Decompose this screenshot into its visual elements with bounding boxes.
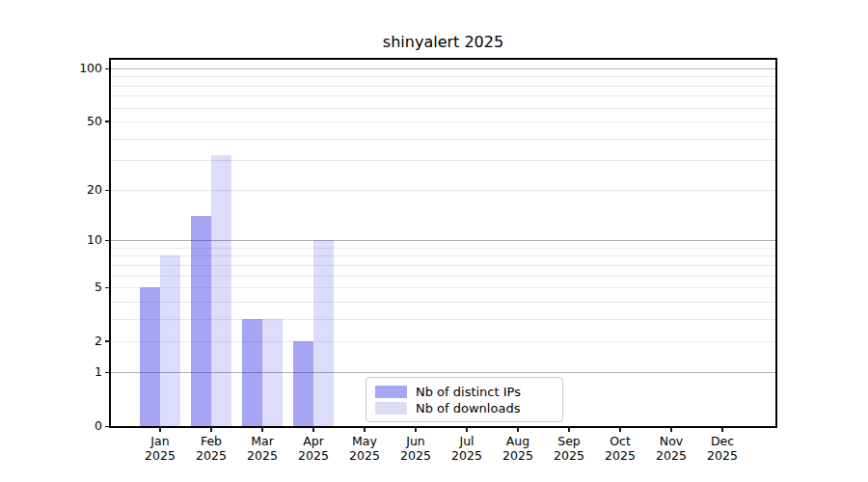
legend-label-downloads: Nb of downloads xyxy=(416,401,520,415)
bar-distinct-ips-feb xyxy=(191,216,211,426)
legend-swatch-distinct-ips xyxy=(375,386,407,398)
x-tick-label-dec: Dec 2025 xyxy=(682,434,763,463)
legend-item-downloads: Nb of downloads xyxy=(375,400,554,415)
x-tick-mark xyxy=(517,428,519,432)
x-tick-mark xyxy=(364,428,366,432)
y-tick-mark xyxy=(105,287,109,289)
x-tick-mark xyxy=(568,428,570,432)
download-stats-chart: shinyalert 2025 0125102050100 Jan 2025Fe… xyxy=(0,0,868,482)
y-tick-mark xyxy=(105,190,109,192)
bar-downloads-jan xyxy=(160,255,180,426)
y-tick-label: 100 xyxy=(39,61,102,76)
bar-distinct-ips-mar xyxy=(242,319,262,426)
x-tick-mark xyxy=(670,428,672,432)
legend-swatch-downloads xyxy=(375,402,407,415)
y-tick-label: 5 xyxy=(39,280,102,295)
x-tick-mark xyxy=(466,428,468,432)
chart-title: shinyalert 2025 xyxy=(109,33,777,51)
y-tick-mark xyxy=(105,120,109,122)
y-tick-label: 10 xyxy=(39,232,102,248)
x-tick-mark xyxy=(721,428,723,432)
bar-downloads-mar xyxy=(262,319,283,426)
x-tick-mark xyxy=(415,428,417,432)
x-tick-mark xyxy=(619,428,621,432)
y-tick-label: 50 xyxy=(39,114,102,129)
legend: Nb of distinct IPs Nb of downloads xyxy=(366,377,563,422)
x-tick-mark xyxy=(159,428,161,432)
x-tick-mark xyxy=(312,428,314,432)
legend-item-distinct-ips: Nb of distinct IPs xyxy=(375,384,554,399)
y-tick-mark xyxy=(105,426,109,428)
y-tick-mark xyxy=(105,372,109,374)
bar-downloads-apr xyxy=(313,240,334,426)
y-tick-mark xyxy=(105,68,109,70)
bar-distinct-ips-apr xyxy=(293,341,313,426)
bar-distinct-ips-jan xyxy=(140,287,160,426)
y-tick-label: 2 xyxy=(39,334,102,349)
y-tick-mark xyxy=(105,240,109,242)
bars-layer xyxy=(111,60,775,426)
x-tick-mark xyxy=(261,428,263,432)
y-tick-label: 20 xyxy=(39,182,102,198)
x-tick-mark xyxy=(210,428,212,432)
plot-area xyxy=(109,58,777,428)
y-tick-label: 0 xyxy=(39,418,102,434)
legend-label-distinct-ips: Nb of distinct IPs xyxy=(416,385,521,399)
y-tick-mark xyxy=(105,340,109,342)
bar-downloads-feb xyxy=(211,155,231,426)
y-tick-label: 1 xyxy=(39,364,102,380)
